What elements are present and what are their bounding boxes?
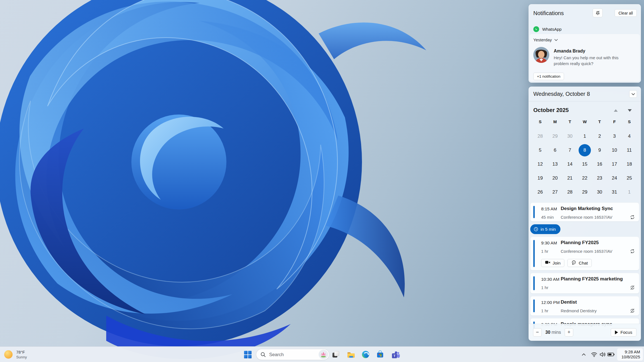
calendar-day-28[interactable]: 28 <box>533 129 548 143</box>
start-button[interactable] <box>242 349 253 360</box>
focus-button-label: Focus <box>621 330 632 335</box>
volume-tray-icon[interactable] <box>599 351 606 358</box>
event-location: Conference room 16537/AV <box>561 249 612 254</box>
sun-icon <box>4 350 13 359</box>
calendar-day-31[interactable]: 31 <box>607 185 622 199</box>
edge-icon <box>361 350 370 359</box>
decrease-duration-button[interactable]: − <box>533 328 542 337</box>
event-card[interactable]: 8:15 AMDesign Marketing Sync45 minConfer… <box>530 203 639 222</box>
weekday-header: S <box>533 119 548 126</box>
avatar <box>533 47 549 63</box>
calendar-prev-month-button[interactable] <box>614 109 618 112</box>
teams-button[interactable]: T <box>390 349 401 360</box>
battery-tray-icon[interactable] <box>607 351 615 358</box>
calendar-day-5[interactable]: 5 <box>533 143 548 157</box>
calendar-day-7[interactable]: 7 <box>562 143 577 157</box>
calendar-day-19[interactable]: 19 <box>533 171 548 185</box>
file-explorer-icon <box>347 350 355 359</box>
notifications-header: Notifications z z Clear all <box>533 9 637 17</box>
calendar-day-12[interactable]: 12 <box>533 157 548 171</box>
more-notifications-button[interactable]: +1 notification <box>533 73 564 80</box>
edge-browser-button[interactable] <box>360 349 371 360</box>
task-view-button[interactable] <box>330 349 341 360</box>
notification-app-group-header[interactable]: WhatsApp <box>533 26 562 32</box>
event-time: 10:30 AM <box>541 277 560 282</box>
calendar-day-16[interactable]: 16 <box>592 157 607 171</box>
clear-all-button[interactable]: Clear all <box>615 9 637 17</box>
calendar-day-2[interactable]: 2 <box>592 129 607 143</box>
calendar-day-6[interactable]: 6 <box>548 143 562 157</box>
calendar-day-9[interactable]: 9 <box>592 143 607 157</box>
focus-duration: 30 mins <box>545 330 561 335</box>
event-title: Design Marketing Sync <box>561 206 613 211</box>
calendar-day-23[interactable]: 23 <box>592 171 607 185</box>
tray-time: 9:28 AM <box>625 349 640 354</box>
calendar-day-25[interactable]: 25 <box>622 171 637 185</box>
microsoft-store-button[interactable] <box>375 349 386 360</box>
calendar-day-27[interactable]: 27 <box>548 185 562 199</box>
event-join-button[interactable]: Join <box>541 259 564 267</box>
event-duration: 1 hr <box>541 308 548 313</box>
calendar-day-1[interactable]: 1 <box>622 185 637 199</box>
calendar-day-15[interactable]: 15 <box>577 157 592 171</box>
calendar-day-29[interactable]: 29 <box>548 129 562 143</box>
calendar-day-21[interactable]: 21 <box>562 171 577 185</box>
event-accent-bar <box>533 240 535 267</box>
reminder-badge: in 5 min <box>530 224 560 234</box>
weekday-header: M <box>548 119 562 126</box>
wallpaper-bloom <box>0 0 447 362</box>
taskbar: 78°F Sunny Search <box>0 346 644 362</box>
calendar-day-22[interactable]: 22 <box>577 171 592 185</box>
calendar-day-29[interactable]: 29 <box>577 185 592 199</box>
windows-logo-icon <box>244 351 252 358</box>
weekday-header: F <box>607 119 622 126</box>
calendar-next-month-button[interactable] <box>628 109 632 112</box>
clock-tray[interactable]: 9:28 AM 10/8/2025 <box>617 348 643 361</box>
event-chat-button[interactable]: Chat <box>567 259 592 267</box>
calendar-day-30[interactable]: 30 <box>562 129 577 143</box>
calendar-collapse-button[interactable] <box>629 90 637 98</box>
event-card[interactable]: 10:30 AMPlanning FY2025 marketing1 hr <box>530 273 639 294</box>
svg-text:z: z <box>597 11 598 13</box>
recurring-off-icon <box>630 308 635 313</box>
event-card[interactable]: 12:00 PMDentist1 hrRedmond Dentistry <box>530 296 639 316</box>
calendar-day-10[interactable]: 10 <box>607 143 622 157</box>
calendar-day-26[interactable]: 26 <box>533 185 548 199</box>
recurring-icon <box>630 215 635 220</box>
file-explorer-button[interactable] <box>345 349 356 360</box>
calendar-day-14[interactable]: 14 <box>562 157 577 171</box>
calendar-day-13[interactable]: 13 <box>548 157 562 171</box>
event-duration: 1 hr <box>541 285 548 290</box>
increase-duration-button[interactable]: + <box>565 328 573 337</box>
calendar-day-8[interactable]: 8 <box>577 143 592 157</box>
divider <box>529 101 641 101</box>
calendar-day-28[interactable]: 28 <box>562 185 577 199</box>
event-title: Planning FY2025 <box>561 240 599 246</box>
focus-button[interactable]: Focus <box>611 328 636 337</box>
notification-time-group[interactable]: Yesterday <box>533 37 558 42</box>
event-location: Redmond Dentistry <box>561 308 596 313</box>
search-box[interactable]: Search <box>256 349 329 360</box>
calendar-day-20[interactable]: 20 <box>548 171 562 185</box>
event-card[interactable]: 9:30 AMPlanning FY20251 hrConference roo… <box>530 237 639 270</box>
time-group-label: Yesterday <box>533 37 552 42</box>
calendar-day-17[interactable]: 17 <box>607 157 622 171</box>
task-view-icon <box>332 351 340 358</box>
calendar-date-label: Wednesday, October 8 <box>533 91 590 97</box>
notification-snooze-button[interactable]: z z <box>593 8 603 17</box>
calendar-day-18[interactable]: 18 <box>622 157 637 171</box>
weather-widget[interactable]: 78°F Sunny <box>4 347 51 361</box>
teams-icon: T <box>391 350 400 359</box>
calendar-day-24[interactable]: 24 <box>607 171 622 185</box>
wifi-tray-icon[interactable] <box>591 351 597 358</box>
calendar-day-3[interactable]: 3 <box>607 129 622 143</box>
event-action-label: Chat <box>579 261 588 266</box>
calendar-day-11[interactable]: 11 <box>622 143 637 157</box>
calendar-day-4[interactable]: 4 <box>622 129 637 143</box>
event-actions: JoinChat <box>541 259 592 267</box>
weather-temperature: 78°F <box>16 350 27 354</box>
tray-show-hidden-icons[interactable] <box>582 351 586 358</box>
calendar-day-1[interactable]: 1 <box>577 129 592 143</box>
calendar-day-30[interactable]: 30 <box>592 185 607 199</box>
event-time: 12:00 PM <box>541 300 560 305</box>
